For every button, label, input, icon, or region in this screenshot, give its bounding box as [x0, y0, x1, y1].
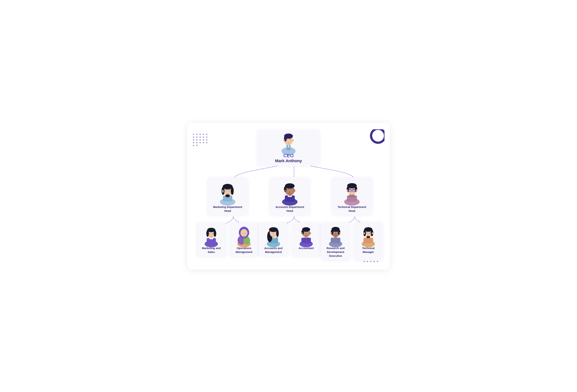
- svg-rect-130: [363, 238, 373, 243]
- svg-point-128: [335, 234, 336, 234]
- svg-point-82: [273, 234, 274, 234]
- ceo-name: Mark Anthony: [275, 159, 302, 163]
- svg-point-50: [242, 233, 243, 233]
- ceo-title: CEO: [283, 153, 294, 159]
- svg-point-77: [276, 229, 279, 237]
- svg-point-41: [212, 233, 213, 234]
- svg-point-52: [245, 233, 246, 233]
- operations-mgmt-card: Operations Management: [229, 222, 259, 257]
- accounts-head-card: Accounts Department Head: [270, 177, 310, 215]
- accounts-mgmt-card: Accounts and Management: [259, 222, 288, 257]
- accounts-head-label: Accounts Department Head: [272, 205, 307, 213]
- technical-head-label: Technical Department Head: [334, 205, 370, 213]
- svg-point-93: [304, 233, 305, 233]
- technical-group: Technical Department Head: [321, 177, 383, 260]
- svg-point-11: [287, 140, 287, 141]
- accountant-label: Accountant: [299, 246, 314, 250]
- tree-wrapper: CEO Mark Anthony: [193, 130, 384, 260]
- technical-head-avatar: [334, 181, 370, 203]
- svg-point-95: [307, 233, 308, 233]
- svg-point-127: [336, 233, 337, 233]
- svg-point-13: [290, 140, 290, 141]
- marketing-leaf-pair: Marketing and Sales: [197, 222, 259, 257]
- technical-manager-label: Technical Manager: [356, 246, 380, 254]
- technical-manager-avatar: [356, 226, 380, 244]
- svg-point-61: [284, 190, 286, 192]
- accounts-head-avatar: [272, 181, 307, 203]
- marketing-sales-card: Marketing and Sales: [197, 222, 226, 257]
- svg-point-24: [222, 192, 223, 193]
- svg-point-14: [288, 141, 289, 142]
- svg-point-67: [289, 192, 290, 193]
- marketing-sales-avatar: [199, 226, 223, 244]
- svg-point-96: [306, 234, 307, 234]
- svg-rect-116: [331, 238, 340, 243]
- marketing-sales-label: Marketing and Sales: [199, 246, 223, 254]
- accounts-leaf-pair: Accounts and Management: [259, 222, 321, 257]
- svg-point-62: [294, 190, 295, 192]
- operations-mgmt-avatar: [232, 226, 256, 244]
- svg-point-123: [339, 232, 340, 234]
- technical-manager-card: Technical Manager: [354, 222, 383, 260]
- mid-level-row: Marketing Department Head: [193, 177, 384, 260]
- org-chart: CEO Mark Anthony: [187, 123, 390, 269]
- accountant-card: Accountant: [291, 222, 321, 257]
- svg-point-143: [367, 233, 367, 233]
- marketing-head-avatar: [210, 181, 245, 203]
- svg-point-113: [353, 190, 354, 191]
- svg-point-21: [231, 187, 234, 195]
- svg-point-53: [244, 234, 244, 234]
- svg-point-112: [350, 190, 351, 191]
- accounts-mgmt-label: Accounts and Management: [261, 246, 286, 254]
- svg-point-90: [301, 232, 303, 234]
- svg-point-37: [214, 230, 216, 237]
- svg-point-22: [225, 194, 230, 197]
- marketing-head-label: Marketing Department Head: [210, 205, 245, 213]
- svg-point-48: [241, 229, 248, 237]
- svg-point-140: [363, 232, 365, 234]
- svg-point-81: [275, 233, 275, 233]
- rd-executive-avatar: [324, 226, 348, 244]
- rd-executive-card: Research and Development Executive: [321, 222, 350, 260]
- svg-point-64: [288, 190, 289, 191]
- svg-point-26: [226, 191, 226, 191]
- marketing-group: Marketing Department Head: [197, 177, 259, 257]
- svg-point-66: [291, 190, 292, 191]
- rd-executive-label: Research and Development Executive: [324, 246, 348, 258]
- svg-point-36: [206, 230, 209, 237]
- svg-point-28: [229, 191, 229, 191]
- svg-point-42: [211, 234, 212, 235]
- svg-rect-33: [210, 238, 213, 239]
- marketing-head-card: Marketing Department Head: [207, 177, 248, 215]
- svg-point-122: [331, 232, 332, 234]
- svg-point-9: [292, 139, 294, 141]
- technical-head-card: Technical Department Head: [332, 177, 372, 215]
- ceo-card: CEO Mark Anthony: [257, 130, 320, 166]
- svg-point-91: [309, 232, 311, 234]
- ceo-avatar: [260, 130, 317, 152]
- svg-point-114: [352, 192, 353, 193]
- accounts-group: Accounts Department Head: [259, 177, 321, 257]
- operations-mgmt-label: Operations Management: [232, 246, 256, 254]
- svg-point-106: [356, 189, 358, 191]
- technical-leaf-pair: Research and Development Executive: [321, 222, 383, 260]
- svg-point-125: [334, 233, 335, 233]
- ceo-row: CEO Mark Anthony: [193, 130, 384, 166]
- svg-point-141: [372, 232, 373, 234]
- svg-point-145: [369, 233, 370, 233]
- svg-point-8: [283, 139, 285, 141]
- svg-point-72: [274, 237, 275, 238]
- svg-point-29: [227, 192, 228, 192]
- svg-point-105: [346, 189, 348, 191]
- svg-point-23: [222, 190, 224, 192]
- accountant-avatar: [294, 226, 318, 244]
- svg-point-39: [210, 233, 210, 234]
- accounts-mgmt-avatar: [261, 226, 286, 244]
- svg-point-146: [368, 234, 369, 234]
- svg-point-79: [272, 233, 273, 233]
- svg-point-59: [285, 183, 294, 189]
